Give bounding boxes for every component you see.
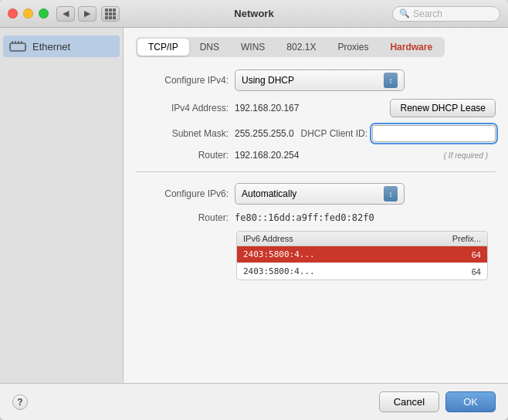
sidebar-item-label: Ethernet <box>32 41 70 52</box>
sidebar-item-ethernet[interactable]: Ethernet <box>3 36 120 57</box>
col-prefix: Prefix... <box>435 234 481 243</box>
main-panel: TCP/IP DNS WINS 802.1X Proxies Hardware … <box>124 28 508 383</box>
router6-value: fe80::16dd:a9ff:fed0:82f0 <box>235 212 374 223</box>
forward-icon: ▶ <box>84 8 90 19</box>
ipv6-prefix-0: 64 <box>435 250 481 259</box>
grid-button[interactable] <box>101 6 120 22</box>
subnet-mask-label: Subnet Mask: <box>136 128 229 139</box>
maximize-button[interactable] <box>39 8 49 19</box>
tab-bar: TCP/IP DNS WINS 802.1X Proxies Hardware <box>136 37 445 57</box>
if-required-text: ( If required ) <box>444 151 488 160</box>
form-area: Configure IPv4: Using DHCP ↕ IPv4 Addres… <box>136 69 496 383</box>
tab-hardware[interactable]: Hardware <box>379 39 443 56</box>
ethernet-icon <box>9 40 26 52</box>
ipv6-prefix-1: 64 <box>435 267 481 276</box>
tab-proxies[interactable]: Proxies <box>327 39 379 56</box>
bottom-buttons: Cancel OK <box>379 391 496 412</box>
table-row[interactable]: 2403:5800:4... 64 <box>237 246 487 263</box>
dropdown-arrow-ipv6-icon: ↕ <box>384 186 398 202</box>
grid-icon <box>105 8 116 19</box>
titlebar: ◀ ▶ Network 🔍 Search <box>0 0 508 28</box>
tab-wins[interactable]: WINS <box>230 39 276 56</box>
tab-dns[interactable]: DNS <box>189 39 230 56</box>
router-value: 192.168.20.254 <box>235 150 299 161</box>
search-placeholder: Search <box>413 8 442 19</box>
ipv4-address-value: 192.168.20.167 <box>235 103 299 113</box>
router6-row: Router: fe80::16dd:a9ff:fed0:82f0 <box>136 212 496 223</box>
search-icon: 🔍 <box>399 8 410 19</box>
if-required-row: Router: 192.168.20.254 ( If required ) <box>136 150 496 161</box>
configure-ipv4-row: Configure IPv4: Using DHCP ↕ <box>136 69 496 91</box>
table-header: IPv6 Address Prefix... <box>237 232 487 246</box>
dropdown-arrow-icon: ↕ <box>384 73 398 88</box>
minimize-button[interactable] <box>23 8 33 19</box>
configure-ipv6-label: Configure IPv6: <box>136 188 229 199</box>
configure-ipv6-value: Automatically <box>242 188 296 199</box>
ipv6-address-table: IPv6 Address Prefix... 2403:5800:4... 64… <box>236 231 488 280</box>
ipv6-addr-0: 2403:5800:4... <box>243 249 435 259</box>
table-row[interactable]: 2403:5800:4... 64 <box>237 263 487 279</box>
network-window: ◀ ▶ Network 🔍 Search <box>0 0 508 420</box>
window-title: Network <box>234 8 273 19</box>
cancel-button[interactable]: Cancel <box>379 391 439 412</box>
bottom-bar: ? Cancel OK <box>0 383 508 420</box>
ok-button[interactable]: OK <box>445 391 496 412</box>
configure-ipv4-label: Configure IPv4: <box>136 75 229 86</box>
configure-ipv4-value: Using DHCP <box>242 75 294 86</box>
ipv6-addr-1: 2403:5800:4... <box>243 266 435 276</box>
dhcp-client-id-label: DHCP Client ID: <box>301 128 367 139</box>
separator <box>136 171 496 172</box>
forward-button[interactable]: ▶ <box>78 6 97 22</box>
configure-ipv6-dropdown[interactable]: Automatically ↕ <box>235 183 405 205</box>
tab-8021x[interactable]: 802.1X <box>276 39 327 56</box>
help-button[interactable]: ? <box>12 395 28 410</box>
back-button[interactable]: ◀ <box>56 6 75 22</box>
sidebar: Ethernet <box>0 28 124 383</box>
back-icon: ◀ <box>63 8 69 19</box>
ipv4-address-row: IPv4 Address: 192.168.20.167 Renew DHCP … <box>136 99 496 117</box>
router6-label: Router: <box>136 212 229 223</box>
dhcp-client-id-input[interactable] <box>372 125 496 142</box>
renew-dhcp-button[interactable]: Renew DHCP Lease <box>390 99 496 117</box>
col-ipv6-address: IPv6 Address <box>243 234 435 243</box>
close-button[interactable] <box>8 8 18 19</box>
search-bar[interactable]: 🔍 Search <box>392 6 500 22</box>
tab-tcpip[interactable]: TCP/IP <box>137 39 189 56</box>
configure-ipv4-dropdown[interactable]: Using DHCP ↕ <box>235 69 405 91</box>
nav-buttons: ◀ ▶ <box>56 6 97 22</box>
subnet-mask-row: Subnet Mask: 255.255.255.0 DHCP Client I… <box>136 125 496 142</box>
content-area: Ethernet TCP/IP DNS WINS 802.1X Proxies … <box>0 28 508 383</box>
traffic-lights <box>8 8 49 19</box>
router-label: Router: <box>136 150 229 161</box>
ipv4-address-label: IPv4 Address: <box>136 103 229 113</box>
configure-ipv6-row: Configure IPv6: Automatically ↕ <box>136 183 496 205</box>
subnet-mask-value: 255.255.255.0 <box>235 128 294 139</box>
svg-rect-0 <box>10 43 25 51</box>
